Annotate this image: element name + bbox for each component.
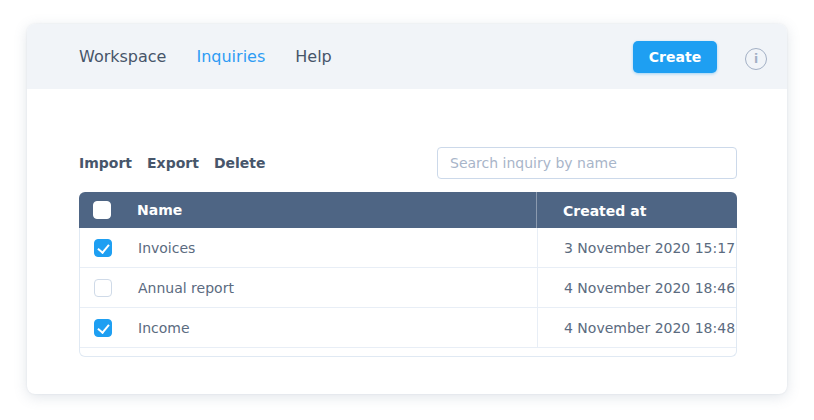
inquiries-table: Name Created at Invoices 3 November 2020…	[79, 192, 737, 357]
top-navbar: Workspace Inquiries Help Create i	[27, 24, 787, 89]
create-button[interactable]: Create	[633, 41, 717, 73]
table-row[interactable]: Invoices 3 November 2020 15:17	[80, 228, 736, 268]
cell-created-at: 3 November 2020 15:17	[538, 228, 736, 268]
table-row[interactable]: Income 4 November 2020 18:48	[80, 308, 736, 348]
page: Workspace Inquiries Help Create i Import…	[0, 0, 814, 420]
cell-name: Annual report	[80, 268, 538, 308]
info-icon[interactable]: i	[745, 48, 767, 70]
row-checkbox[interactable]	[94, 319, 112, 337]
row-checkbox[interactable]	[94, 239, 112, 257]
row-checkbox[interactable]	[94, 279, 112, 297]
header-cell-name: Name	[79, 192, 537, 228]
action-links: Import Export Delete	[79, 147, 266, 179]
table-toolbar: Import Export Delete	[79, 147, 737, 179]
cell-name: Invoices	[80, 228, 538, 268]
row-name-label: Annual report	[138, 280, 234, 296]
import-button[interactable]: Import	[79, 155, 132, 171]
nav-item-help[interactable]: Help	[295, 47, 331, 66]
row-name-label: Income	[138, 320, 190, 336]
row-created-at-label: 4 November 2020 18:48	[564, 320, 735, 336]
cell-created-at: 4 November 2020 18:48	[538, 308, 736, 348]
row-created-at-label: 4 November 2020 18:46	[564, 280, 735, 296]
header-cell-created-at: Created at	[537, 201, 737, 220]
column-header-name: Name	[137, 202, 182, 218]
nav-item-inquiries[interactable]: Inquiries	[196, 47, 265, 66]
search-input[interactable]	[437, 147, 737, 179]
select-all-checkbox[interactable]	[93, 201, 111, 219]
app-card: Workspace Inquiries Help Create i Import…	[27, 24, 787, 394]
row-created-at-label: 3 November 2020 15:17	[564, 240, 735, 256]
table-header-row: Name Created at	[79, 192, 737, 228]
table-row[interactable]: Annual report 4 November 2020 18:46	[80, 268, 736, 308]
column-header-created-at: Created at	[563, 203, 646, 219]
nav-item-workspace[interactable]: Workspace	[79, 47, 166, 66]
export-button[interactable]: Export	[147, 155, 199, 171]
cell-created-at: 4 November 2020 18:46	[538, 268, 736, 308]
row-name-label: Invoices	[138, 240, 195, 256]
delete-button[interactable]: Delete	[214, 155, 266, 171]
table-body: Invoices 3 November 2020 15:17 Annual re…	[79, 228, 737, 357]
cell-name: Income	[80, 308, 538, 348]
